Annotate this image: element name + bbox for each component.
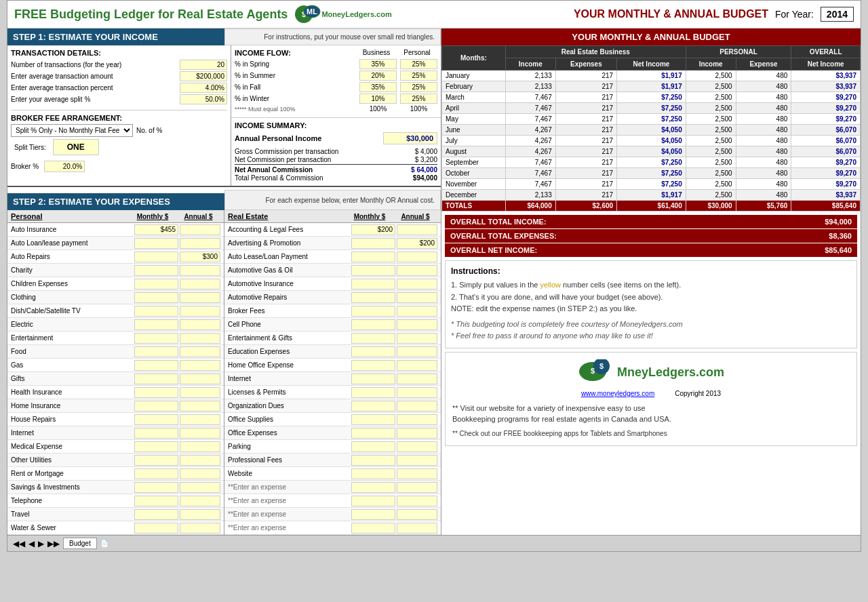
personal-annual-2[interactable] (180, 252, 220, 262)
re-monthly-8[interactable] (351, 333, 395, 344)
re-monthly-6[interactable] (351, 306, 395, 317)
re-annual-3[interactable] (397, 265, 437, 276)
spring-business[interactable] (359, 59, 397, 69)
re-annual-0[interactable] (397, 224, 437, 235)
personal-monthly-8[interactable] (134, 333, 178, 344)
sheet-tab-budget[interactable]: Budget (63, 538, 97, 549)
re-annual-17[interactable] (397, 455, 437, 466)
re-annual-7[interactable] (397, 319, 437, 330)
re-monthly-2[interactable] (351, 252, 395, 262)
re-monthly-17[interactable] (351, 455, 395, 466)
broker-pct-value[interactable] (44, 161, 85, 172)
annual-personal-value[interactable] (383, 132, 437, 144)
personal-monthly-3[interactable] (134, 265, 178, 276)
fall-personal[interactable] (400, 82, 437, 92)
re-annual-12[interactable] (397, 387, 437, 398)
personal-annual-22[interactable] (180, 523, 220, 534)
personal-monthly-1[interactable] (134, 238, 178, 249)
re-annual-1[interactable] (397, 238, 437, 249)
re-annual-14[interactable] (397, 414, 437, 425)
personal-annual-9[interactable] (180, 346, 220, 357)
personal-monthly-5[interactable] (134, 292, 178, 303)
re-monthly-18[interactable] (351, 468, 395, 479)
re-annual-20[interactable] (397, 496, 437, 506)
prev-sheet-btn[interactable]: ◀ (28, 539, 35, 548)
re-annual-11[interactable] (397, 374, 437, 384)
personal-annual-10[interactable] (180, 360, 220, 371)
personal-annual-14[interactable] (180, 414, 220, 425)
re-monthly-4[interactable] (351, 279, 395, 289)
personal-monthly-21[interactable] (134, 509, 178, 520)
personal-annual-6[interactable] (180, 306, 220, 317)
re-annual-9[interactable] (397, 346, 437, 357)
trans-value-0[interactable] (180, 60, 227, 70)
re-annual-4[interactable] (397, 279, 437, 289)
re-annual-6[interactable] (397, 306, 437, 317)
fall-business[interactable] (359, 82, 397, 92)
re-annual-16[interactable] (397, 441, 437, 452)
personal-annual-8[interactable] (180, 333, 220, 344)
ml-url[interactable]: www.moneyledgers.com (581, 390, 654, 397)
re-annual-22[interactable] (397, 523, 437, 534)
personal-annual-3[interactable] (180, 265, 220, 276)
personal-monthly-22[interactable] (134, 523, 178, 534)
personal-annual-20[interactable] (180, 496, 220, 506)
year-value[interactable]: 2014 (821, 7, 854, 22)
personal-monthly-10[interactable] (134, 360, 178, 371)
re-monthly-22[interactable] (351, 523, 395, 534)
re-monthly-7[interactable] (351, 319, 395, 330)
prev-sheet-icon[interactable]: ◀◀ (13, 539, 25, 548)
re-annual-21[interactable] (397, 509, 437, 520)
re-monthly-11[interactable] (351, 374, 395, 384)
last-sheet-btn[interactable]: ▶▶ (47, 539, 60, 548)
personal-monthly-11[interactable] (134, 374, 178, 384)
next-sheet-btn[interactable]: ▶ (38, 539, 44, 548)
trans-value-1[interactable] (180, 71, 227, 81)
re-monthly-10[interactable] (351, 360, 395, 371)
personal-annual-15[interactable] (180, 428, 220, 439)
personal-annual-19[interactable] (180, 482, 220, 493)
spring-personal[interactable] (400, 59, 437, 69)
personal-monthly-7[interactable] (134, 319, 178, 330)
trans-value-2[interactable] (180, 83, 227, 93)
personal-monthly-13[interactable] (134, 401, 178, 412)
personal-monthly-4[interactable] (134, 279, 178, 289)
broker-dropdown[interactable]: Split % Only - No Monthly Flat Fee (11, 124, 133, 137)
personal-monthly-20[interactable] (134, 496, 178, 506)
personal-annual-4[interactable] (180, 279, 220, 289)
re-annual-19[interactable] (397, 482, 437, 493)
re-annual-5[interactable] (397, 292, 437, 303)
re-monthly-5[interactable] (351, 292, 395, 303)
re-monthly-21[interactable] (351, 509, 395, 520)
personal-annual-18[interactable] (180, 468, 220, 479)
personal-annual-16[interactable] (180, 441, 220, 452)
re-monthly-0[interactable] (351, 224, 395, 235)
personal-monthly-9[interactable] (134, 346, 178, 357)
re-monthly-9[interactable] (351, 346, 395, 357)
personal-monthly-18[interactable] (134, 468, 178, 479)
trans-value-3[interactable] (180, 94, 227, 104)
personal-annual-7[interactable] (180, 319, 220, 330)
re-monthly-13[interactable] (351, 401, 395, 412)
re-annual-2[interactable] (397, 252, 437, 262)
personal-annual-13[interactable] (180, 401, 220, 412)
personal-annual-21[interactable] (180, 509, 220, 520)
re-monthly-20[interactable] (351, 496, 395, 506)
personal-monthly-15[interactable] (134, 428, 178, 439)
personal-annual-5[interactable] (180, 292, 220, 303)
personal-monthly-14[interactable] (134, 414, 178, 425)
re-monthly-15[interactable] (351, 428, 395, 439)
re-monthly-1[interactable] (351, 238, 395, 249)
personal-monthly-6[interactable] (134, 306, 178, 317)
personal-monthly-2[interactable] (134, 252, 178, 262)
personal-monthly-12[interactable] (134, 387, 178, 398)
re-annual-8[interactable] (397, 333, 437, 344)
winter-personal[interactable] (400, 94, 437, 104)
personal-monthly-19[interactable] (134, 482, 178, 493)
personal-annual-11[interactable] (180, 374, 220, 384)
re-annual-15[interactable] (397, 428, 437, 439)
winter-business[interactable] (359, 94, 397, 104)
re-monthly-16[interactable] (351, 441, 395, 452)
personal-monthly-17[interactable] (134, 455, 178, 466)
re-monthly-14[interactable] (351, 414, 395, 425)
